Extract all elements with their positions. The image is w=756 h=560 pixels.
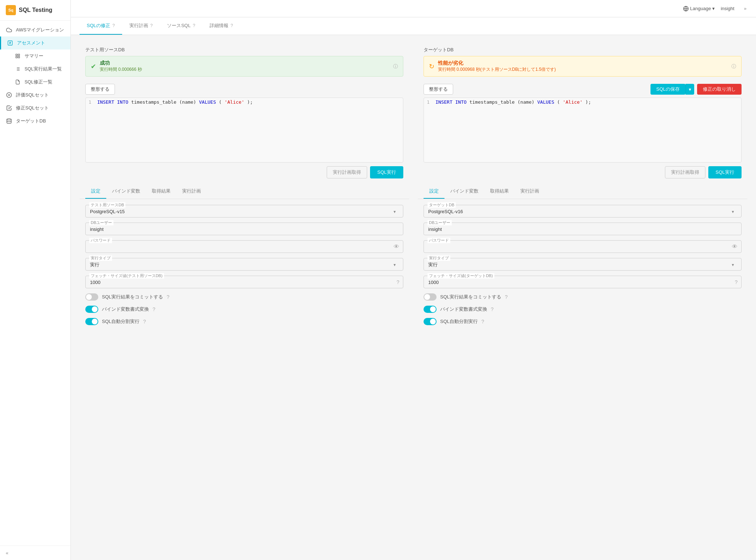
source-sub-tab-results[interactable]: 取得結果 [146,184,176,199]
target-sub-tab-bind[interactable]: バインド変数 [444,184,484,199]
target-password-toggle[interactable]: 👁 [732,244,738,250]
sidebar-label-aws: AWSマイグレーション [16,27,64,33]
sidebar-item-eval-set[interactable]: 評価SQLセット [0,89,70,102]
target-save-dropdown[interactable]: ▾ [686,84,694,95]
target-sub-tab-settings[interactable]: 設定 [424,184,444,199]
source-sub-tab-settings[interactable]: 設定 [85,184,106,199]
target-exec-btn[interactable]: SQL実行 [708,166,742,178]
source-password-toggle[interactable]: 👁 [394,244,399,250]
sidebar-item-aws[interactable]: AWSマイグレーション [0,23,70,36]
sidebar-item-target-db[interactable]: ターゲットDB [0,115,70,128]
sidebar-nav: AWSマイグレーション アセスメント サマリー SQL実行結果一覧 SQL修正一… [0,21,70,130]
source-fetch-label: フェッチ・サイズ値(テスト用ソースDB) [89,273,164,279]
assessment-icon [7,40,13,46]
source-status-info-btn[interactable]: ⓘ [393,63,398,70]
source-panel: テスト用ソースDB ✔ 成功 実行時間 0.000666 秒 ⓘ 整形する 1 [80,42,409,331]
cloud-icon [6,27,12,33]
sidebar-item-sql-results[interactable]: SQL実行結果一覧 [0,63,70,76]
target-format-btn[interactable]: 整形する [424,84,453,95]
source-db-select[interactable]: PostgreSQL-v15 PostgreSQL-v14 MySQL-v8 [90,209,399,214]
tab-details-label: 詳細情報 [210,22,228,29]
source-autosplit-row: SQL自動分割実行 ? [85,318,403,325]
target-status-info-btn[interactable]: ⓘ [731,63,736,70]
target-settings-form: ターゲットDB PostgreSQL-v16 PostgreSQL-v15 My… [418,199,747,331]
top-tabs: SQLの修正 ? 実行計画 ? ソースSQL ? 詳細情報 ? [71,17,756,35]
tab-details[interactable]: 詳細情報 ? [202,17,240,35]
source-panel-title: テスト用ソースDB [80,42,409,56]
target-commit-row: SQL実行結果をコミットする ? [424,293,742,301]
target-autosplit-toggle[interactable] [424,318,437,325]
target-user-label: DBユーザー [428,220,452,225]
target-cancel-btn[interactable]: 修正の取り消し [697,84,742,95]
header: Language ▾ insight » [71,0,756,17]
app-title: SQL Testing [19,7,52,13]
target-status-text: 性能が劣化 [438,60,556,66]
user-label: insight [721,6,734,11]
target-bind-row: バインド変数書式変換 ? [424,306,742,313]
eval-icon [6,92,12,98]
sidebar-label-fix-set: 修正SQLセット [16,105,49,111]
source-fetch-input[interactable] [90,280,399,285]
sidebar-collapse-btn[interactable]: « [0,546,70,560]
source-sub-tab-bind[interactable]: バインド変数 [106,184,146,199]
sidebar-item-fix-set[interactable]: 修正SQLセット [0,102,70,115]
user-menu[interactable]: insight [721,6,734,11]
source-exec-type-select[interactable]: 実行 [90,262,399,267]
sidebar-item-summary[interactable]: サマリー [0,49,70,63]
target-panel-title: ターゲットDB [418,42,747,56]
source-sql-editor[interactable]: 1 INSERT INTO timestamps_table (name) VA… [85,98,403,163]
target-sub-tab-results[interactable]: 取得結果 [484,184,515,199]
chevron-down-icon: ▾ [712,6,715,11]
tab-details-help: ? [231,23,233,28]
source-exec-btn[interactable]: SQL実行 [370,166,403,178]
tab-exec-plan[interactable]: 実行計画 ? [122,17,160,35]
svg-rect-1 [16,54,17,56]
target-save-btn[interactable]: SQLの保存 [650,84,686,95]
source-bind-help: ? [153,306,155,312]
target-sql-editor[interactable]: 1 INSERT INTO timestamps_table (name) VA… [424,98,742,163]
fix-icon [6,105,12,111]
sql-line-1: 1 INSERT INTO timestamps_table (name) VA… [86,98,403,106]
target-user-input[interactable] [428,227,737,232]
target-fetch-input[interactable] [428,280,737,285]
tab-exec-plan-label: 実行計画 [129,22,148,29]
svg-rect-3 [16,56,17,58]
source-password-label: パスワード [89,238,112,243]
source-autosplit-toggle[interactable] [85,318,98,325]
target-sql-line-1: 1 INSERT INTO timestamps_table (name) VA… [424,98,741,106]
sidebar-item-sql-fixes[interactable]: SQL修正一覧 [0,76,70,89]
target-exec-type-select[interactable]: 実行 [428,262,737,267]
source-format-btn[interactable]: 整形する [85,84,115,95]
source-sub-tab-plan[interactable]: 実行計画 [176,184,207,199]
target-bind-label: バインド変数書式変換 [440,306,487,313]
language-label: Language [690,6,711,11]
target-fetch-field: フェッチ・サイズ値(ターゲットDB) ? [424,276,742,288]
warn-icon: ↻ [429,63,434,70]
target-bind-toggle[interactable] [424,306,437,313]
source-commit-toggle[interactable] [85,293,98,301]
source-user-field: DBユーザー [85,223,403,235]
tab-source-sql[interactable]: ソースSQL ? [160,17,202,35]
source-sub-tabs: 設定 バインド変数 取得結果 実行計画 [80,184,409,199]
target-sub-tabs: 設定 バインド変数 取得結果 実行計画 [418,184,747,199]
source-exec-type-label: 実行タイプ [89,255,112,261]
source-password-input[interactable] [90,244,399,250]
sidebar-item-assessment[interactable]: アセスメント [0,36,70,49]
target-db-select[interactable]: PostgreSQL-v16 PostgreSQL-v15 MySQL-v8 [428,209,737,214]
source-user-input[interactable] [90,227,399,232]
logo: Sq SQL Testing [0,0,70,21]
save-group: SQLの保存 ▾ [650,84,694,95]
source-bind-toggle[interactable] [85,306,98,313]
source-format-bar: 整形する [80,81,409,98]
sidebar-label-target-db: ターゲットDB [16,118,46,124]
target-commit-toggle[interactable] [424,293,437,301]
language-selector[interactable]: Language ▾ [683,6,715,12]
tab-sql-fix[interactable]: SQLの修正 ? [80,17,122,35]
svg-rect-2 [18,54,20,56]
target-password-input[interactable] [428,244,737,250]
source-exec-bar: 実行計画取得 SQL実行 [80,163,409,184]
target-sub-tab-plan[interactable]: 実行計画 [515,184,545,199]
source-bind-label: バインド変数書式変換 [102,306,149,313]
target-commit-help: ? [505,294,508,300]
header-collapse-btn[interactable]: » [740,4,750,14]
